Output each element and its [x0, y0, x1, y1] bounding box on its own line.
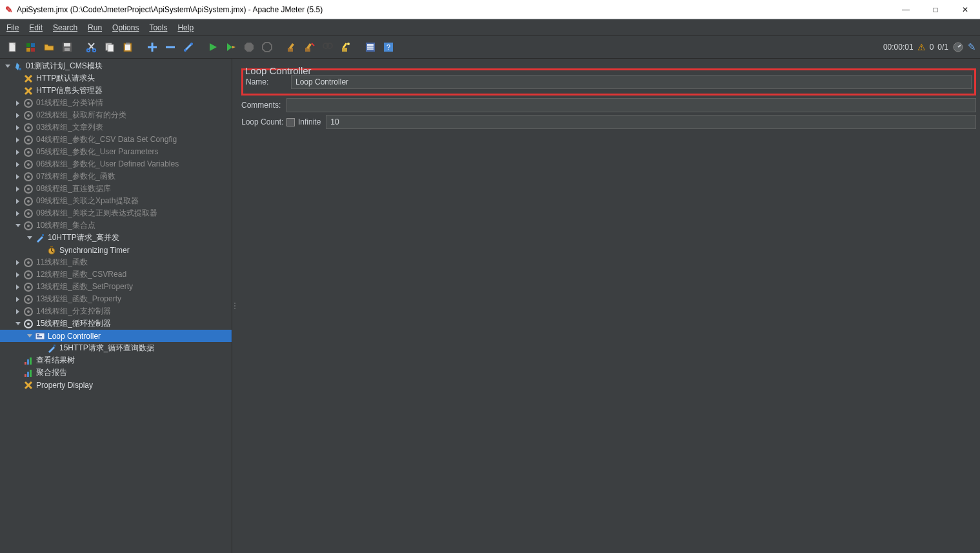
window-minimize-button[interactable]: —	[891, 0, 921, 19]
tree-property-display[interactable]: Property Display	[0, 379, 232, 391]
templates-button[interactable]	[23, 39, 39, 55]
tree-label: 14线程组_分支控制器	[36, 306, 111, 317]
tree-sync-timer[interactable]: Synchronizing Timer	[0, 244, 232, 256]
comments-input[interactable]	[286, 98, 976, 112]
split-handle[interactable]	[232, 59, 237, 553]
caret-icon[interactable]	[14, 259, 21, 266]
menu-file[interactable]: File	[1, 21, 24, 34]
caret-icon[interactable]	[14, 210, 21, 217]
tree-http-header-manager[interactable]: HTTP信息头管理器	[0, 85, 232, 97]
test-plan-tree[interactable]: 01测试计划_CMS模块 HTTP默认请求头 HTTP信息头管理器 01线程组_…	[0, 59, 232, 553]
infinite-label: Infinite	[298, 117, 321, 126]
tree-http-request[interactable]: 10HTTP请求_高并发	[0, 232, 232, 244]
menu-run[interactable]: Run	[83, 21, 107, 34]
shutdown-button[interactable]	[259, 39, 275, 55]
start-button[interactable]	[205, 39, 221, 55]
menu-search[interactable]: Search	[48, 21, 83, 34]
menu-options[interactable]: Options	[107, 21, 144, 34]
tree-thread-group[interactable]: 05线程组_参数化_User Parameters	[0, 146, 232, 158]
function-helper-button[interactable]	[362, 39, 379, 55]
clear-all-button[interactable]	[301, 39, 318, 55]
help-button[interactable]: ?	[380, 39, 397, 55]
tree-thread-group[interactable]: 13线程组_函数_SetProperty	[0, 281, 232, 293]
toggle-button[interactable]	[180, 39, 197, 55]
tree-loop-controller[interactable]: Loop Controller	[0, 330, 232, 342]
caret-icon[interactable]	[14, 222, 21, 229]
open-button[interactable]	[41, 39, 57, 55]
menu-tools[interactable]: Tools	[144, 21, 172, 34]
caret-icon[interactable]	[14, 308, 21, 315]
gauge-icon[interactable]	[952, 41, 964, 53]
caret-icon[interactable]	[26, 332, 33, 339]
tree-thread-group[interactable]: 06线程组_参数化_User Defined Variables	[0, 158, 232, 170]
caret-icon[interactable]	[14, 271, 21, 278]
tree-thread-group[interactable]: 07线程组_参数化_函数	[0, 170, 232, 183]
tree-thread-group[interactable]: 03线程组_文章列表	[0, 121, 232, 134]
caret-icon[interactable]	[14, 185, 21, 192]
caret-icon[interactable]	[14, 197, 21, 205]
svg-point-67	[27, 286, 30, 288]
menu-help[interactable]: Help	[172, 21, 199, 34]
caret-icon[interactable]	[26, 234, 33, 241]
clear-button[interactable]	[283, 39, 300, 55]
tree-http-defaults[interactable]: HTTP默认请求头	[0, 72, 232, 85]
name-input[interactable]	[291, 75, 972, 89]
tree-thread-group[interactable]: 08线程组_直连数据库	[0, 183, 232, 195]
start-no-pause-button[interactable]	[223, 39, 239, 55]
caret-icon[interactable]	[14, 99, 21, 106]
caret-icon[interactable]	[14, 124, 21, 131]
paste-button[interactable]	[119, 39, 136, 55]
tree-thread-group[interactable]: 04线程组_参数化_CSV Data Set Congfig	[0, 134, 232, 146]
expand-button[interactable]	[144, 39, 161, 55]
thread-group-icon	[23, 110, 34, 121]
reset-search-button[interactable]	[337, 39, 354, 55]
collapse-button[interactable]	[162, 39, 179, 55]
tree-http-request[interactable]: 15HTTP请求_循环查询数据	[0, 342, 232, 354]
caret-icon[interactable]	[14, 296, 21, 303]
save-button[interactable]	[59, 39, 75, 55]
warning-icon[interactable]: ⚠	[917, 42, 926, 52]
tree-thread-group[interactable]: 11线程组_函数	[0, 256, 232, 268]
loop-count-label: Loop Count:	[241, 117, 286, 126]
tree-thread-group[interactable]: 13线程组_函数_Property	[0, 293, 232, 305]
cut-button[interactable]	[83, 39, 100, 55]
tree-thread-group[interactable]: 09线程组_关联之正则表达式提取器	[0, 207, 232, 219]
svg-point-71	[27, 310, 30, 313]
infinite-checkbox[interactable]	[286, 118, 295, 126]
search-button[interactable]	[319, 39, 336, 55]
tree-label: 15HTTP请求_循环查询数据	[59, 343, 154, 354]
tree-label: 10HTTP请求_高并发	[48, 232, 119, 243]
copy-button[interactable]	[101, 39, 118, 55]
tree-label: 13线程组_函数_Property	[36, 294, 121, 305]
caret-icon[interactable]	[14, 148, 21, 156]
loop-count-input[interactable]: 10	[326, 115, 976, 129]
tree-thread-group[interactable]: 12线程组_函数_CSVRead	[0, 268, 232, 281]
tree-thread-group[interactable]: 10线程组_集合点	[0, 219, 232, 232]
new-button[interactable]	[5, 39, 21, 55]
tree-aggregate-report[interactable]: 聚合报告	[0, 367, 232, 379]
listener-icon	[23, 368, 34, 378]
tree-thread-group[interactable]: 09线程组_关联之Xpath提取器	[0, 195, 232, 207]
tree-label: 09线程组_关联之正则表达式提取器	[36, 208, 157, 219]
caret-icon[interactable]	[14, 320, 21, 327]
tree-view-results-tree[interactable]: 查看结果树	[0, 354, 232, 367]
caret-icon[interactable]	[14, 283, 21, 290]
stop-button[interactable]	[241, 39, 257, 55]
thread-group-icon	[23, 294, 34, 305]
tree-thread-group[interactable]: 02线程组_获取所有的分类	[0, 109, 232, 121]
tree-thread-group-active[interactable]: 15线程组_循环控制器	[0, 317, 232, 330]
tree-label: HTTP默认请求头	[36, 73, 95, 84]
caret-icon[interactable]	[14, 136, 21, 143]
tree-label: 查看结果树	[36, 355, 75, 366]
caret-icon[interactable]	[4, 63, 11, 70]
tree-test-plan[interactable]: 01测试计划_CMS模块	[0, 60, 232, 72]
svg-rect-75	[37, 334, 39, 336]
tree-thread-group[interactable]: 01线程组_分类详情	[0, 97, 232, 109]
caret-icon[interactable]	[14, 173, 21, 180]
window-close-button[interactable]: ✕	[950, 0, 980, 19]
caret-icon[interactable]	[14, 161, 21, 168]
caret-icon[interactable]	[14, 112, 21, 119]
menu-edit[interactable]: Edit	[24, 21, 48, 34]
tree-thread-group[interactable]: 14线程组_分支控制器	[0, 305, 232, 317]
window-maximize-button[interactable]: □	[921, 0, 950, 19]
